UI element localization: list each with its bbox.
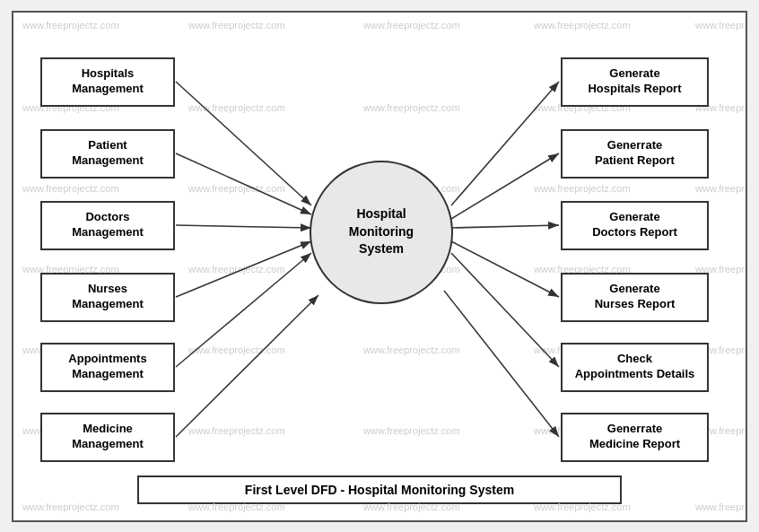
generate-patient-report-node: Generrate Patient Report xyxy=(561,129,709,179)
check-appointments-label: Check Appointments Details xyxy=(575,352,695,382)
generate-hospitals-report-label: Generate Hospitals Report xyxy=(588,66,681,97)
check-appointments-node: Check Appointments Details xyxy=(561,343,709,392)
svg-line-4 xyxy=(176,225,311,228)
patient-management-label: Patient Management xyxy=(72,138,143,169)
svg-line-2 xyxy=(176,82,311,205)
watermark: www.freeprojectz.com xyxy=(695,501,746,512)
diagram-container: www.freeprojectz.com www.freeprojectz.co… xyxy=(12,11,747,522)
footer-title: First Level DFD - Hospital Monitoring Sy… xyxy=(137,475,622,504)
appointments-management-node: Appointments Management xyxy=(40,343,175,392)
nurses-management-label: Nurses Management xyxy=(72,282,143,312)
svg-line-12 xyxy=(451,253,559,367)
generate-doctors-report-node: Generate Doctors Report xyxy=(561,201,709,250)
medicine-management-node: Medicine Management xyxy=(40,413,175,462)
appointments-management-label: Appointments Management xyxy=(68,352,146,382)
generate-medicine-report-label: Generrate Medicine Report xyxy=(589,422,680,452)
generate-patient-report-label: Generrate Patient Report xyxy=(595,138,675,169)
generate-nurses-report-node: Generate Nurses Report xyxy=(561,273,709,322)
center-node: Hospital Monitoring System xyxy=(310,161,453,304)
generate-medicine-report-node: Generrate Medicine Report xyxy=(561,413,709,462)
medicine-management-label: Medicine Management xyxy=(72,422,143,452)
svg-line-5 xyxy=(176,241,311,297)
patient-management-node: Patient Management xyxy=(40,129,175,179)
doctors-management-label: Doctors Management xyxy=(72,210,143,240)
svg-line-13 xyxy=(444,291,559,437)
svg-line-10 xyxy=(451,225,559,228)
diagram-area: Hospital Monitoring System Hospitals Man… xyxy=(13,13,746,470)
generate-doctors-report-label: Generate Doctors Report xyxy=(592,210,677,240)
svg-line-6 xyxy=(176,253,311,367)
watermark: www.freeprojectz.com xyxy=(22,501,119,512)
hospitals-management-label: Hospitals Management xyxy=(72,66,143,97)
svg-line-3 xyxy=(176,153,311,214)
generate-hospitals-report-node: Generate Hospitals Report xyxy=(561,57,709,107)
generate-nurses-report-label: Generate Nurses Report xyxy=(595,282,676,312)
svg-line-7 xyxy=(176,295,318,437)
nurses-management-node: Nurses Management xyxy=(40,273,175,322)
doctors-management-node: Doctors Management xyxy=(40,201,175,250)
center-label: Hospital Monitoring System xyxy=(349,205,414,258)
hospitals-management-node: Hospitals Management xyxy=(40,57,175,107)
